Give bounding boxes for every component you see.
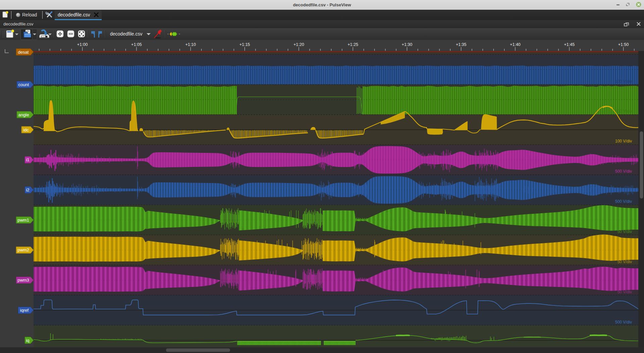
svg-text:i2: i2 (26, 187, 29, 192)
svg-text:+1:35: +1:35 (456, 42, 467, 47)
svg-text:+1:10: +1:10 (185, 42, 196, 47)
svg-text:50 V/div: 50 V/div (618, 229, 632, 234)
svg-text:+1:25: +1:25 (347, 42, 358, 47)
svg-text:200 V/div: 200 V/div (615, 109, 632, 114)
svg-text:angle: angle (18, 112, 29, 117)
svg-text:50 V/div: 50 V/div (618, 290, 632, 294)
svg-text:+1:20: +1:20 (293, 42, 304, 47)
svg-text:count: count (18, 82, 29, 87)
svg-text:50 V/div: 50 V/div (618, 259, 632, 264)
svg-text:pwm2: pwm2 (17, 247, 29, 252)
svg-text:500 V/div: 500 V/div (615, 320, 632, 325)
svg-text:100 V/div: 100 V/div (615, 79, 632, 84)
svg-text:desat: desat (18, 50, 29, 55)
svg-text:100 V/div: 100 V/div (615, 139, 632, 143)
svg-text:+1:30: +1:30 (402, 42, 413, 47)
svg-text:pwm1: pwm1 (17, 218, 29, 223)
svg-text:idc: idc (23, 127, 29, 132)
svg-text:iq: iq (26, 338, 29, 343)
svg-text:+1:05: +1:05 (131, 42, 142, 47)
svg-text:i1: i1 (26, 157, 29, 162)
svg-text:+1:15: +1:15 (239, 42, 250, 47)
svg-text:500 V/div: 500 V/div (615, 169, 632, 174)
svg-text:+1:50: +1:50 (618, 42, 629, 47)
svg-text:pwm3: pwm3 (17, 278, 29, 283)
svg-text:iqref: iqref (20, 308, 29, 313)
svg-text:+1:40: +1:40 (510, 42, 521, 47)
svg-text:500 V/div: 500 V/div (615, 199, 632, 204)
svg-text:+1:45: +1:45 (564, 42, 575, 47)
svg-text:+1:00: +1:00 (77, 42, 88, 47)
